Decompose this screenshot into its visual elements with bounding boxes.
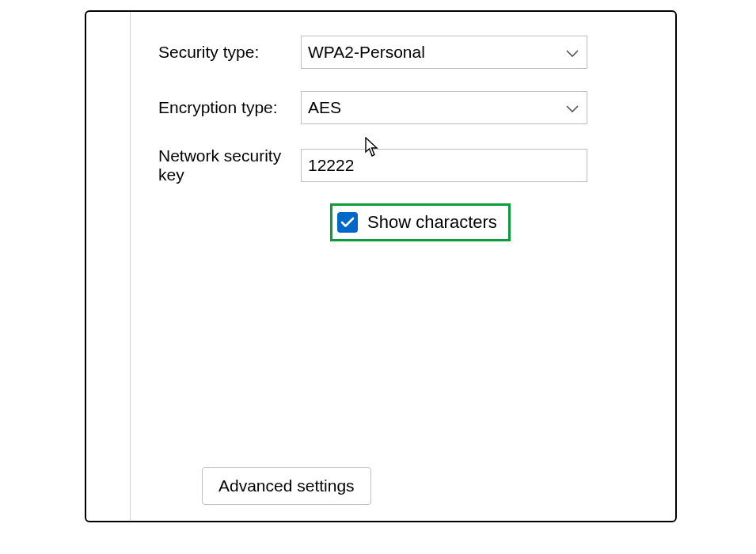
encryption-type-row: Encryption type: AES — [131, 91, 675, 124]
security-type-value: WPA2-Personal — [308, 43, 425, 62]
encryption-type-select[interactable]: AES — [301, 91, 587, 124]
show-characters-checkbox-container[interactable]: Show characters — [330, 203, 511, 241]
encryption-type-value: AES — [308, 98, 341, 117]
show-characters-label: Show characters — [367, 212, 497, 233]
network-security-key-row: Network security key — [131, 146, 675, 184]
network-security-key-input[interactable] — [301, 149, 587, 182]
network-security-key-label: Network security key — [131, 146, 301, 184]
security-type-select[interactable]: WPA2-Personal — [301, 36, 587, 69]
security-type-row: Security type: WPA2-Personal — [131, 36, 675, 69]
chevron-down-icon — [566, 98, 579, 117]
security-type-label: Security type: — [131, 43, 301, 62]
settings-panel: Security type: WPA2-Personal Encryption … — [85, 10, 677, 522]
show-characters-checkbox[interactable] — [337, 212, 358, 233]
checkmark-icon — [340, 217, 355, 228]
encryption-type-label: Encryption type: — [131, 98, 301, 117]
advanced-settings-button[interactable]: Advanced settings — [202, 467, 371, 505]
chevron-down-icon — [566, 43, 579, 62]
form-content: Security type: WPA2-Personal Encryption … — [131, 12, 675, 521]
